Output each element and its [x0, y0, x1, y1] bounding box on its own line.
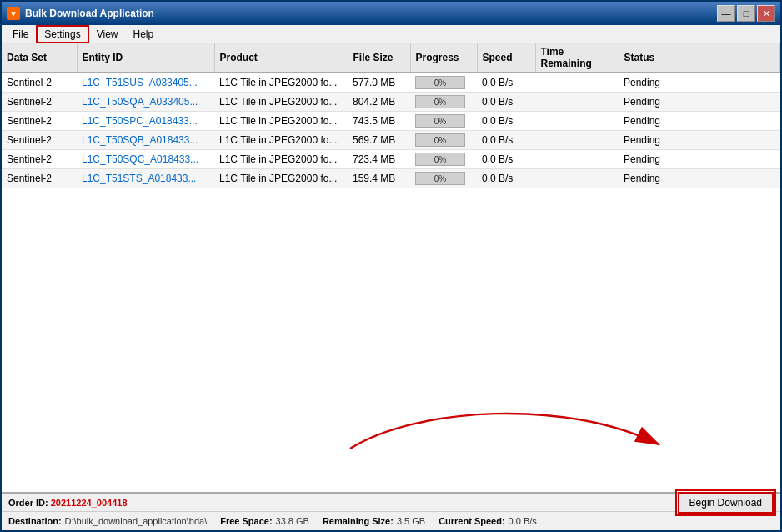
cell-status: Pending	[619, 131, 780, 150]
cell-entityid[interactable]: L1C_T50SQC_A018433...	[77, 150, 214, 169]
progress-bar: 0%	[415, 76, 465, 89]
destination-value: D:\bulk_download_application\bda\	[65, 516, 208, 526]
cell-progress: 0%	[410, 150, 477, 169]
cell-entityid[interactable]: L1C_T50SPC_A018433...	[77, 112, 214, 131]
free-space-value: 33.8 GB	[276, 516, 309, 526]
cell-timeremain	[535, 93, 619, 112]
table-row: Sentinel-2 L1C_T50SQA_A033405... L1C Til…	[2, 93, 780, 112]
destination-section: Destination: D:\bulk_download_applicatio…	[8, 516, 207, 526]
cell-progress: 0%	[410, 93, 477, 112]
progress-bar: 0%	[415, 172, 465, 185]
cell-status: Pending	[619, 93, 780, 112]
cell-timeremain	[535, 73, 619, 93]
cell-timeremain	[535, 112, 619, 131]
col-header-timeremain: Time Remaining	[535, 43, 619, 73]
current-speed-value: 0.0 B/s	[509, 516, 537, 526]
cell-filesize: 569.7 MB	[348, 131, 410, 150]
progress-bar: 0%	[415, 114, 465, 128]
table-row: Sentinel-2 L1C_T51STS_A018433... L1C Til…	[2, 169, 780, 188]
menu-settings[interactable]: Settings	[36, 25, 88, 43]
col-header-product: Product	[214, 43, 348, 73]
free-space-label: Free Space:	[220, 516, 272, 526]
title-bar: ▼ Bulk Download Application — □ ✕	[2, 2, 780, 25]
window-controls: — □ ✕	[717, 5, 775, 22]
status-row-details: Destination: D:\bulk_download_applicatio…	[2, 512, 780, 530]
minimize-button[interactable]: —	[717, 5, 735, 22]
cell-progress: 0%	[410, 112, 477, 131]
col-header-status: Status	[619, 43, 780, 73]
table-row: Sentinel-2 L1C_T50SPC_A018433... L1C Til…	[2, 112, 780, 131]
cell-product: L1C Tile in JPEG2000 fo...	[214, 112, 348, 131]
cell-progress: 0%	[410, 169, 477, 188]
cell-filesize: 159.4 MB	[348, 169, 410, 188]
cell-speed: 0.0 B/s	[477, 169, 535, 188]
table-container: Data Set Entity ID Product File Size Pro…	[2, 43, 780, 492]
status-row-orderid: Order ID: 20211224_004418 Begin Download	[2, 494, 780, 512]
table-row: Sentinel-2 L1C_T51SUS_A033405... L1C Til…	[2, 73, 780, 93]
col-header-entityid: Entity ID	[77, 43, 214, 73]
cell-filesize: 723.4 MB	[348, 150, 410, 169]
destination-label: Destination:	[8, 516, 62, 526]
menu-help[interactable]: Help	[126, 26, 162, 43]
cell-filesize: 743.5 MB	[348, 112, 410, 131]
cell-timeremain	[535, 131, 619, 150]
window-title: Bulk Download Application	[25, 8, 154, 19]
progress-label: 0%	[434, 174, 446, 183]
table-row: Sentinel-2 L1C_T50SQB_A018433... L1C Til…	[2, 131, 780, 150]
cell-speed: 0.0 B/s	[477, 73, 535, 93]
current-speed-section: Current Speed: 0.0 B/s	[439, 516, 537, 526]
col-header-speed: Speed	[477, 43, 535, 73]
cell-dataset: Sentinel-2	[2, 150, 77, 169]
cell-dataset: Sentinel-2	[2, 169, 77, 188]
progress-bar: 0%	[415, 133, 465, 147]
cell-product: L1C Tile in JPEG2000 fo...	[214, 150, 348, 169]
order-id-number: 20211224_004418	[51, 498, 128, 508]
status-bar: Order ID: 20211224_004418 Begin Download…	[2, 492, 780, 530]
remaining-size-value: 3.5 GB	[397, 516, 425, 526]
cell-entityid[interactable]: L1C_T50SQA_A033405...	[77, 93, 214, 112]
order-id-label: Order ID:	[8, 498, 48, 508]
cell-speed: 0.0 B/s	[477, 150, 535, 169]
order-id-value: 20211224_004418	[51, 498, 128, 508]
cell-speed: 0.0 B/s	[477, 131, 535, 150]
order-id-container: Order ID: 20211224_004418	[8, 498, 128, 508]
free-space-section: Free Space: 33.8 GB	[220, 516, 309, 526]
table-header-row: Data Set Entity ID Product File Size Pro…	[2, 43, 780, 73]
close-button[interactable]: ✕	[757, 5, 775, 22]
cell-timeremain	[535, 169, 619, 188]
cell-dataset: Sentinel-2	[2, 93, 77, 112]
progress-label: 0%	[434, 117, 446, 126]
current-speed-label: Current Speed:	[439, 516, 504, 526]
progress-label: 0%	[434, 78, 446, 88]
cell-entityid[interactable]: L1C_T50SQB_A018433...	[77, 131, 214, 150]
table-row: Sentinel-2 L1C_T50SQC_A018433... L1C Til…	[2, 150, 780, 169]
cell-speed: 0.0 B/s	[477, 93, 535, 112]
main-window: ▼ Bulk Download Application — □ ✕ File S…	[0, 0, 782, 532]
cell-entityid[interactable]: L1C_T51SUS_A033405...	[77, 73, 214, 93]
cell-dataset: Sentinel-2	[2, 131, 77, 150]
begin-download-button[interactable]: Begin Download	[678, 492, 774, 514]
cell-product: L1C Tile in JPEG2000 fo...	[214, 131, 348, 150]
cell-progress: 0%	[410, 73, 477, 93]
cell-entityid[interactable]: L1C_T51STS_A018433...	[77, 169, 214, 188]
menu-file[interactable]: File	[5, 26, 36, 43]
maximize-button[interactable]: □	[737, 5, 755, 22]
progress-bar: 0%	[415, 153, 465, 166]
progress-bar: 0%	[415, 95, 465, 108]
progress-label: 0%	[434, 136, 446, 145]
cell-product: L1C Tile in JPEG2000 fo...	[214, 73, 348, 93]
cell-product: L1C Tile in JPEG2000 fo...	[214, 169, 348, 188]
progress-label: 0%	[434, 155, 446, 164]
remaining-size-label: Remaining Size:	[323, 516, 394, 526]
cell-filesize: 577.0 MB	[348, 73, 410, 93]
col-header-progress: Progress	[410, 43, 477, 73]
cell-product: L1C Tile in JPEG2000 fo...	[214, 93, 348, 112]
cell-status: Pending	[619, 73, 780, 93]
app-icon: ▼	[7, 7, 20, 20]
remaining-size-section: Remaining Size: 3.5 GB	[323, 516, 425, 526]
col-header-dataset: Data Set	[2, 43, 77, 73]
menu-view[interactable]: View	[89, 26, 126, 43]
cell-timeremain	[535, 150, 619, 169]
cell-dataset: Sentinel-2	[2, 73, 77, 93]
cell-filesize: 804.2 MB	[348, 93, 410, 112]
